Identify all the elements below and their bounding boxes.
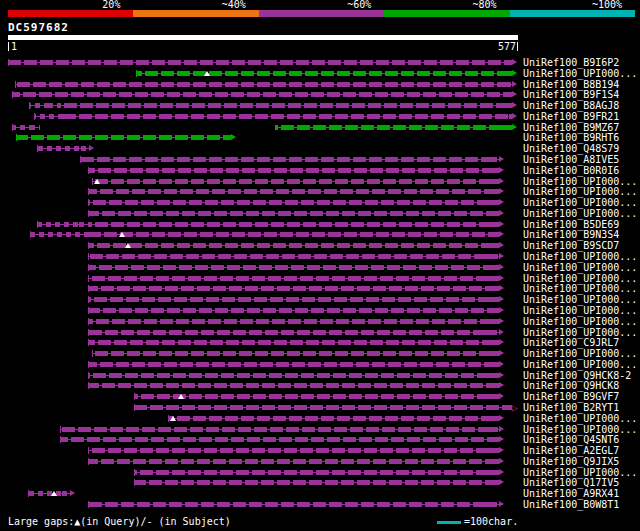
alignment-segment[interactable] [88, 189, 499, 194]
hit-label[interactable]: UniRef100_UPI000... [523, 413, 637, 424]
hit-row[interactable]: UniRef100_UPI000... [0, 305, 640, 316]
hit-row[interactable]: UniRef100_UPI000... [0, 316, 640, 327]
hit-label[interactable]: UniRef100_A2EGL7 [523, 445, 619, 456]
alignment-segment[interactable] [66, 114, 512, 119]
alignment-segment[interactable] [92, 351, 498, 356]
alignment-segment[interactable] [88, 362, 499, 367]
alignment-segment[interactable] [30, 232, 88, 237]
hit-label[interactable]: UniRef100_B9FR21 [523, 111, 619, 122]
hit-row[interactable]: UniRef100_UPI000... [0, 294, 640, 305]
hit-label[interactable]: UniRef100_A8IVE5 [523, 154, 619, 165]
hit-label[interactable]: UniRef100_Q4SNT6 [523, 434, 619, 445]
hit-row[interactable]: UniRef100_Q9JIX5 [0, 456, 640, 467]
alignment-segment[interactable] [88, 502, 499, 507]
hit-row[interactable]: UniRef100_UPI000... [0, 283, 640, 294]
alignment-segment[interactable] [88, 286, 499, 291]
hit-label[interactable]: UniRef100_UPI000... [523, 348, 637, 359]
hit-row[interactable]: UniRef100_B9GVF7 [0, 391, 640, 402]
hit-label[interactable]: UniRef100_UPI000... [523, 186, 637, 197]
alignment-segment[interactable] [88, 200, 499, 205]
hit-label[interactable]: UniRef100_Q9HCK8-2 [523, 370, 631, 381]
hit-row[interactable]: UniRef100_A8IVE5 [0, 154, 640, 165]
hit-label[interactable]: UniRef100_Q17IV5 [523, 477, 619, 488]
hit-label[interactable]: UniRef100_B5DE69 [523, 219, 619, 230]
hit-row[interactable]: UniRef100_A9RX41 [0, 488, 640, 499]
hit-row[interactable]: UniRef100_UPI000... [0, 208, 640, 219]
hit-row[interactable]: UniRef100_B9MZ67 [0, 122, 640, 133]
alignment-segment[interactable] [80, 157, 499, 162]
alignment-segment[interactable] [134, 470, 499, 475]
alignment-segment[interactable] [88, 330, 499, 335]
alignment-segment[interactable] [88, 276, 499, 281]
hit-label[interactable]: UniRef100_C9JRL7 [523, 337, 619, 348]
alignment-segment[interactable] [88, 265, 499, 270]
alignment-segment[interactable] [28, 491, 70, 496]
hit-row[interactable]: UniRef100_B0W8T1 [0, 499, 640, 510]
alignment-segment[interactable] [88, 319, 499, 324]
hit-row[interactable]: UniRef100_Q48S79 [0, 143, 640, 154]
hit-row[interactable]: UniRef100_B9I6P2 [0, 57, 640, 68]
hit-label[interactable]: UniRef100_UPI000... [523, 359, 637, 370]
alignment-segment[interactable] [88, 297, 499, 302]
alignment-segment[interactable] [275, 125, 511, 130]
alignment-segment[interactable] [12, 125, 40, 130]
hit-row[interactable]: UniRef100_B8AGJ8 [0, 100, 640, 111]
hit-label[interactable]: UniRef100_UPI000... [523, 273, 637, 284]
alignment-segment[interactable] [15, 82, 512, 87]
hit-label[interactable]: UniRef100_B8AGJ8 [523, 100, 619, 111]
alignment-segment[interactable] [88, 448, 499, 453]
hit-label[interactable]: UniRef100_B8B194 [523, 79, 619, 90]
hit-row[interactable]: UniRef100_B9F1S4 [0, 89, 640, 100]
alignment-segment[interactable] [88, 243, 499, 248]
hit-row[interactable]: UniRef100_UPI000... [0, 467, 640, 478]
hit-label[interactable]: UniRef100_UPI000... [523, 294, 637, 305]
alignment-segment[interactable] [134, 405, 512, 410]
hit-label[interactable]: UniRef100_B0R0I6 [523, 165, 619, 176]
alignment-segment[interactable] [37, 222, 87, 227]
alignment-segment[interactable] [134, 394, 499, 399]
hit-label[interactable]: UniRef100_B0W8T1 [523, 499, 619, 510]
hit-row[interactable]: UniRef100_UPI000... [0, 197, 640, 208]
hit-label[interactable]: UniRef100_UPI000... [523, 68, 637, 79]
alignment-segment[interactable] [12, 92, 512, 97]
alignment-segment[interactable] [88, 383, 499, 388]
hit-row[interactable]: UniRef100_Q9HCK8 [0, 380, 640, 391]
hit-label[interactable]: UniRef100_UPI000... [523, 316, 637, 327]
alignment-segment[interactable] [168, 416, 498, 421]
alignment-segment[interactable] [29, 103, 60, 108]
hit-row[interactable]: UniRef100_C9JRL7 [0, 337, 640, 348]
hit-row[interactable]: UniRef100_Q17IV5 [0, 477, 640, 488]
hit-row[interactable]: UniRef100_UPI000... [0, 424, 640, 435]
alignment-segment[interactable] [60, 437, 498, 442]
hit-row[interactable]: UniRef100_B9RHT6 [0, 132, 640, 143]
hit-label[interactable]: UniRef100_B9F1S4 [523, 89, 619, 100]
hit-row[interactable]: UniRef100_B0R0I6 [0, 165, 640, 176]
hit-row[interactable]: UniRef100_UPI000... [0, 251, 640, 262]
alignment-segment[interactable] [60, 427, 498, 432]
hit-label[interactable]: UniRef100_B9N3S4 [523, 229, 619, 240]
hit-row[interactable]: UniRef100_B9FR21 [0, 111, 640, 122]
alignment-segment[interactable] [88, 340, 499, 345]
hit-label[interactable]: UniRef100_UPI000... [523, 262, 637, 273]
alignment-segment[interactable] [88, 254, 499, 259]
hit-row[interactable]: UniRef100_UPI000... [0, 68, 640, 79]
hit-row[interactable]: UniRef100_B8B194 [0, 79, 640, 90]
hit-label[interactable]: UniRef100_Q9JIX5 [523, 456, 619, 467]
hit-label[interactable]: UniRef100_UPI000... [523, 283, 637, 294]
hit-row[interactable]: UniRef100_UPI000... [0, 176, 640, 187]
hit-row[interactable]: UniRef100_Q9HCK8-2 [0, 370, 640, 381]
alignment-segment[interactable] [37, 146, 88, 151]
hit-row[interactable]: UniRef100_UPI000... [0, 327, 640, 338]
hit-label[interactable]: UniRef100_B9SCD7 [523, 240, 619, 251]
hit-label[interactable]: UniRef100_B9GVF7 [523, 391, 619, 402]
hit-label[interactable]: UniRef100_B9I6P2 [523, 57, 619, 68]
hit-label[interactable]: UniRef100_Q9HCK8 [523, 380, 619, 391]
hit-row[interactable]: UniRef100_UPI000... [0, 348, 640, 359]
alignment-segment[interactable] [8, 60, 512, 65]
alignment-segment[interactable] [16, 135, 231, 140]
alignment-segment[interactable] [60, 103, 512, 108]
alignment-segment[interactable] [136, 71, 511, 76]
alignment-segment[interactable] [92, 179, 498, 184]
alignment-segment[interactable] [88, 308, 499, 313]
hit-row[interactable]: UniRef100_Q4SNT6 [0, 434, 640, 445]
